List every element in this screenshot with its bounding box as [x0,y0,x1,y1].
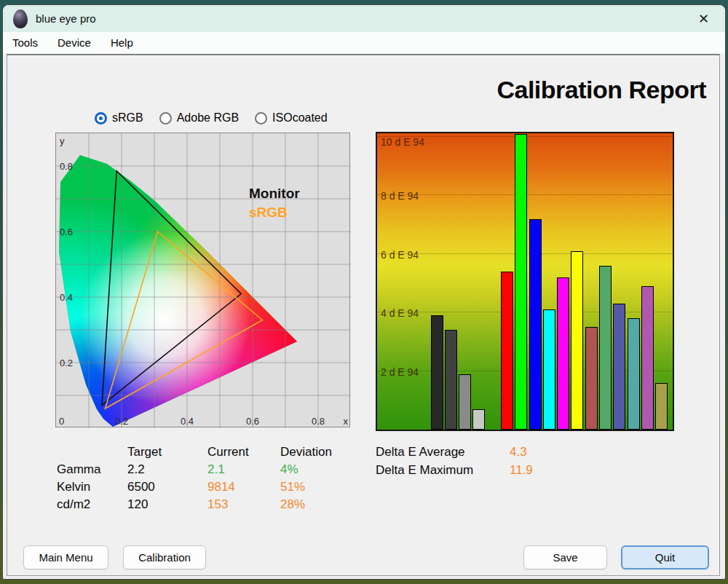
metric-current-value: 9814 [207,480,280,497]
metrics-header-target: Target [127,445,207,462]
svg-text:0.8: 0.8 [60,161,73,172]
bar-light-gray [472,409,485,430]
metric-deviation-value: 28% [280,497,360,515]
bar-gray [459,374,471,430]
radio-icon [255,112,267,125]
profile-option-label: ISOcoated [272,111,328,125]
svg-text:y: y [60,135,65,146]
metric-deviation-value: 51% [280,480,360,497]
metrics-corner-cell [57,445,127,462]
delta-e-summary: Delta E Average4.3Delta E Maximum11.9 [376,445,575,481]
metric-target-value: 2.2 [127,462,207,480]
app-window: blue eye pro ✕ ToolsDeviceHelp sRGBAdobe… [2,4,726,580]
delta-e-bar-chart: 2 d E 944 d E 946 d E 948 d E 9410 d E 9… [376,132,674,431]
bar-chart-gridline-label: 4 d E 94 [381,307,419,319]
profile-option-adobe-rgb[interactable]: Adobe RGB [159,111,239,125]
metric-current-value: 153 [207,497,280,515]
radio-selected-icon [95,112,107,125]
window-title: blue eye pro [36,12,96,25]
profile-option-srgb[interactable]: sRGB [95,111,143,125]
metric-target-value: 6500 [127,480,207,497]
svg-text:0.6: 0.6 [60,226,73,237]
bar-olive [655,383,668,430]
profile-option-isocoated[interactable]: ISOcoated [255,111,328,125]
svg-text:0.2: 0.2 [115,416,128,427]
calibration-button[interactable]: Calibration [123,545,206,569]
svg-text:0.4: 0.4 [181,416,194,427]
bar-yellow [571,251,583,430]
metric-target-value: 120 [127,497,207,515]
calibration-metrics-table: TargetCurrentDeviationGamma2.22.14%Kelvi… [57,445,360,515]
profile-option-label: sRGB [112,111,143,125]
metrics-header-current: Current [207,445,280,462]
svg-text:0: 0 [59,416,64,427]
menu-item-help[interactable]: Help [111,34,133,51]
app-egg-icon [13,9,28,28]
cie-chromaticity-chart: 00.20.40.60.80.20.40.60.8yx MonitorsRGB [55,133,350,427]
menu-bar: ToolsDeviceHelp [3,32,725,53]
bar-teal [628,318,640,430]
svg-text:x: x [344,416,349,427]
bar-chart-gridline-label: 2 d E 94 [381,366,419,378]
legend-srgb: sRGB [249,203,300,222]
svg-text:0.4: 0.4 [60,292,73,303]
svg-text:0.2: 0.2 [60,358,73,368]
delta-e-label: Delta E Average [376,445,510,463]
bar-black [431,315,443,430]
report-title: Calibration Report [496,76,706,104]
metric-row-label: cd/m2 [57,497,127,515]
bar-blue [529,219,542,430]
bar-sea-green [599,266,612,430]
metric-row-label: Kelvin [57,480,127,497]
menu-item-device[interactable]: Device [58,34,91,51]
quit-button[interactable]: Quit [621,545,709,569]
svg-text:0.8: 0.8 [312,416,325,427]
bar-chart-gridline-label: 10 d E 94 [381,136,424,148]
legend-monitor: Monitor [249,184,300,203]
bar-chart-gridline-label: 8 d E 94 [381,190,419,202]
bar-brown [585,327,598,430]
bar-cyan [543,309,555,430]
delta-e-value: 11.9 [510,463,575,481]
save-button[interactable]: Save [523,545,607,569]
close-icon[interactable]: ✕ [692,10,715,28]
metric-deviation-value: 4% [280,462,360,480]
main-menu-button[interactable]: Main Menu [23,545,108,569]
bar-green [515,134,527,430]
gamut-legend: MonitorsRGB [249,184,300,222]
delta-e-label: Delta E Maximum [376,463,510,481]
content-panel: sRGBAdobe RGBISOcoated Calibration Repor… [7,54,720,576]
cie-horseshoe [56,133,351,428]
bar-magenta [557,277,569,430]
delta-e-value: 4.3 [510,445,575,463]
profile-option-label: Adobe RGB [177,111,239,125]
metrics-header-deviation: Deviation [280,445,360,462]
metric-row-label: Gamma [57,462,127,480]
title-bar: blue eye pro ✕ [3,5,725,32]
bar-dark-gray [445,330,457,430]
radio-icon [159,112,172,125]
bar-chart-gridline-label: 6 d E 94 [381,249,419,261]
bar-orchid [641,286,654,430]
bar-slate-blue [613,304,625,430]
svg-text:0.6: 0.6 [246,416,259,427]
menu-item-tools[interactable]: Tools [12,34,38,51]
target-profile-radio-group: sRGBAdobe RGBISOcoated [95,111,328,125]
metric-current-value: 2.1 [207,462,280,480]
bar-red [501,272,513,430]
